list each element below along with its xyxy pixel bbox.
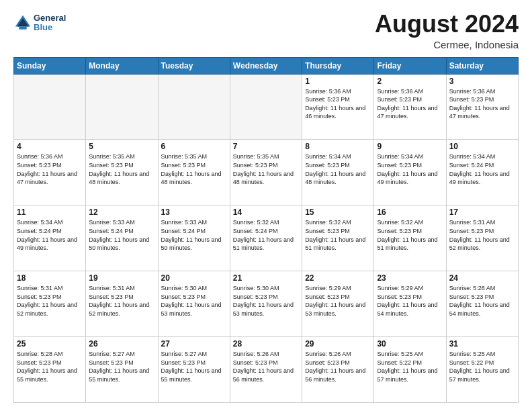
daylight-label: Daylight: 11 hours and 51 minutes. — [233, 236, 294, 252]
sunrise-label: Sunrise: — [305, 219, 329, 226]
sunrise-label: Sunrise: — [377, 351, 401, 357]
daylight-label: Daylight: 11 hours and 57 minutes. — [449, 367, 510, 383]
daylight-label: Daylight: 11 hours and 51 minutes. — [305, 236, 365, 252]
sunset-label: Sunset: — [233, 228, 255, 234]
table-row — [14, 74, 86, 140]
day-number: 17 — [449, 208, 515, 217]
sunrise-label: Sunrise: — [449, 285, 474, 291]
sunrise-time: 5:35 AM — [113, 153, 135, 160]
day-number: 28 — [233, 339, 299, 349]
sunset-label: Sunset: — [161, 293, 183, 300]
generalblue-icon — [13, 13, 32, 32]
daylight-label: Daylight: 11 hours and 47 minutes. — [377, 105, 437, 120]
sunrise-label: Sunrise: — [161, 351, 185, 357]
table-row: 14 Sunrise: 5:32 AM Sunset: 5:24 PM Dayl… — [230, 205, 302, 271]
table-row: 31 Sunrise: 5:25 AM Sunset: 5:22 PM Dayl… — [446, 337, 518, 403]
sunrise-time: 5:36 AM — [401, 88, 423, 95]
daylight-label: Daylight: 11 hours and 49 minutes. — [449, 171, 510, 186]
day-number: 31 — [449, 339, 515, 349]
sunset-time: 5:23 PM — [39, 359, 62, 366]
calendar-week-row: 18 Sunrise: 5:31 AM Sunset: 5:23 PM Dayl… — [14, 271, 519, 337]
sunrise-time: 5:31 AM — [473, 219, 495, 226]
day-number: 13 — [161, 208, 227, 217]
svg-rect-2 — [19, 27, 26, 30]
day-info: Sunrise: 5:34 AM Sunset: 5:24 PM Dayligh… — [449, 152, 515, 186]
header-saturday: Saturday — [446, 57, 518, 74]
day-number: 1 — [305, 77, 371, 86]
sunset-label: Sunset: — [305, 359, 327, 366]
location: Cermee, Indonesia — [375, 39, 519, 50]
daylight-label: Daylight: 11 hours and 50 minutes. — [161, 236, 222, 252]
sunrise-label: Sunrise: — [17, 219, 41, 226]
sunset-label: Sunset: — [17, 359, 39, 366]
sunset-label: Sunset: — [449, 228, 472, 234]
table-row — [230, 74, 302, 140]
sunrise-time: 5:34 AM — [329, 153, 351, 160]
day-number: 18 — [17, 273, 83, 283]
day-number: 9 — [377, 142, 443, 151]
daylight-label: Daylight: 11 hours and 51 minutes. — [377, 236, 437, 252]
sunrise-time: 5:25 AM — [401, 351, 423, 357]
daylight-label: Daylight: 11 hours and 50 minutes. — [89, 236, 149, 252]
day-number: 24 — [449, 273, 515, 283]
day-info: Sunrise: 5:32 AM Sunset: 5:23 PM Dayligh… — [305, 218, 371, 252]
header-wednesday: Wednesday — [230, 57, 302, 74]
sunset-label: Sunset: — [17, 228, 39, 234]
sunrise-label: Sunrise: — [377, 153, 401, 160]
day-info: Sunrise: 5:34 AM Sunset: 5:23 PM Dayligh… — [377, 152, 443, 186]
sunrise-label: Sunrise: — [449, 351, 474, 357]
daylight-label: Daylight: 11 hours and 54 minutes. — [449, 302, 510, 317]
day-number: 7 — [233, 142, 299, 151]
day-number: 26 — [89, 339, 154, 349]
sunrise-time: 5:26 AM — [329, 351, 351, 357]
sunrise-label: Sunrise: — [89, 351, 113, 357]
table-row: 26 Sunrise: 5:27 AM Sunset: 5:23 PM Dayl… — [86, 337, 158, 403]
day-number: 19 — [89, 273, 154, 283]
sunset-time: 5:23 PM — [327, 228, 350, 234]
day-number: 14 — [233, 208, 299, 217]
day-info: Sunrise: 5:32 AM Sunset: 5:23 PM Dayligh… — [377, 218, 443, 252]
sunset-label: Sunset: — [233, 293, 255, 300]
sunrise-time: 5:32 AM — [401, 219, 423, 226]
sunset-time: 5:23 PM — [39, 162, 62, 169]
daylight-label: Daylight: 11 hours and 49 minutes. — [377, 171, 437, 186]
day-info: Sunrise: 5:25 AM Sunset: 5:22 PM Dayligh… — [377, 350, 443, 383]
day-number: 4 — [17, 142, 83, 151]
sunset-time: 5:23 PM — [183, 359, 206, 366]
calendar-week-row: 25 Sunrise: 5:28 AM Sunset: 5:23 PM Dayl… — [14, 337, 519, 403]
daylight-label: Daylight: 11 hours and 49 minutes. — [17, 236, 77, 252]
table-row — [158, 74, 230, 140]
sunset-time: 5:24 PM — [39, 228, 62, 234]
table-row: 10 Sunrise: 5:34 AM Sunset: 5:24 PM Dayl… — [446, 140, 518, 205]
sunset-label: Sunset: — [17, 162, 39, 169]
sunset-time: 5:22 PM — [399, 359, 422, 366]
daylight-label: Daylight: 11 hours and 48 minutes. — [161, 171, 222, 186]
sunset-label: Sunset: — [89, 359, 111, 366]
sunrise-label: Sunrise: — [161, 219, 185, 226]
day-info: Sunrise: 5:26 AM Sunset: 5:23 PM Dayligh… — [233, 350, 299, 383]
sunset-label: Sunset: — [161, 359, 183, 366]
day-number: 15 — [305, 208, 371, 217]
table-row: 19 Sunrise: 5:31 AM Sunset: 5:23 PM Dayl… — [86, 271, 158, 337]
sunrise-time: 5:36 AM — [41, 153, 63, 160]
day-info: Sunrise: 5:34 AM Sunset: 5:23 PM Dayligh… — [305, 152, 371, 186]
table-row: 11 Sunrise: 5:34 AM Sunset: 5:24 PM Dayl… — [14, 205, 86, 271]
day-info: Sunrise: 5:25 AM Sunset: 5:22 PM Dayligh… — [449, 350, 515, 383]
table-row: 30 Sunrise: 5:25 AM Sunset: 5:22 PM Dayl… — [374, 337, 446, 403]
header-tuesday: Tuesday — [158, 57, 230, 74]
sunset-time: 5:23 PM — [255, 359, 278, 366]
day-number: 11 — [17, 208, 83, 217]
daylight-label: Daylight: 11 hours and 55 minutes. — [161, 367, 222, 383]
daylight-label: Daylight: 11 hours and 47 minutes. — [449, 105, 510, 120]
sunrise-label: Sunrise: — [233, 153, 257, 160]
sunset-label: Sunset: — [305, 96, 327, 103]
day-info: Sunrise: 5:30 AM Sunset: 5:23 PM Dayligh… — [161, 284, 227, 318]
day-number: 22 — [305, 273, 371, 283]
sunset-time: 5:23 PM — [255, 293, 278, 300]
day-number: 12 — [89, 208, 154, 217]
sunset-time: 5:24 PM — [255, 228, 278, 234]
sunset-time: 5:23 PM — [399, 96, 422, 103]
sunrise-label: Sunrise: — [305, 351, 329, 357]
sunset-time: 5:23 PM — [39, 293, 62, 300]
table-row: 22 Sunrise: 5:29 AM Sunset: 5:23 PM Dayl… — [302, 271, 374, 337]
